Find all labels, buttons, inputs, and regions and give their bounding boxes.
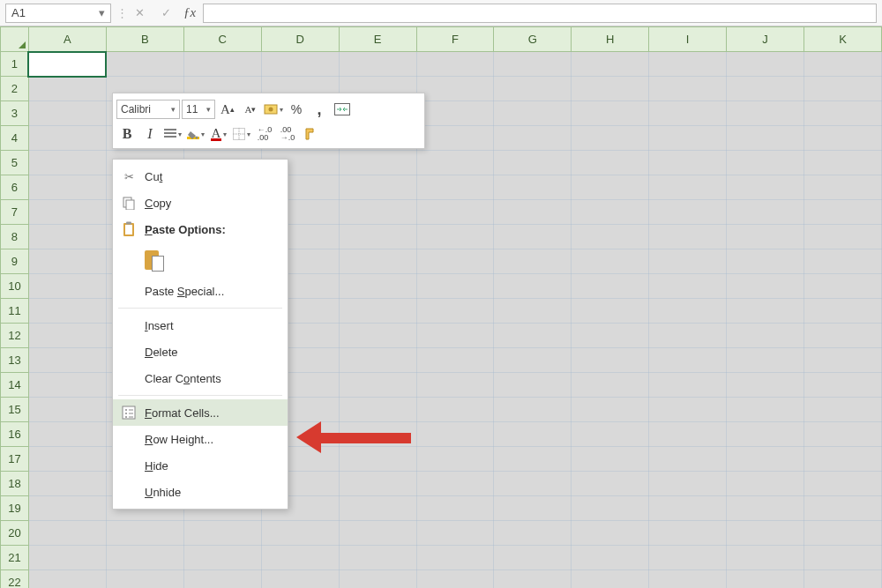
- cell[interactable]: [572, 348, 649, 373]
- cell[interactable]: [28, 348, 106, 373]
- cell[interactable]: [494, 398, 572, 422]
- cell[interactable]: [416, 299, 494, 324]
- shrink-font-button[interactable]: A▾: [240, 99, 261, 120]
- cell[interactable]: [416, 101, 494, 126]
- row-header[interactable]: 11: [1, 299, 29, 324]
- cell[interactable]: [339, 249, 416, 274]
- cell[interactable]: [494, 521, 572, 546]
- delete-menu-item[interactable]: Delete: [113, 339, 288, 365]
- cell[interactable]: [416, 175, 494, 200]
- cell[interactable]: [804, 398, 882, 422]
- cell[interactable]: [649, 348, 727, 373]
- cell[interactable]: [649, 546, 727, 570]
- name-box[interactable]: A1 ▾: [5, 4, 111, 23]
- cell[interactable]: [339, 570, 416, 589]
- cell[interactable]: [28, 398, 106, 422]
- cell[interactable]: [649, 52, 727, 77]
- cell[interactable]: [804, 225, 882, 249]
- cell[interactable]: [727, 126, 804, 151]
- cell[interactable]: [28, 274, 106, 299]
- cell[interactable]: [572, 447, 649, 472]
- cell[interactable]: [649, 398, 727, 422]
- cell[interactable]: [804, 496, 882, 521]
- column-header[interactable]: E: [339, 27, 416, 52]
- cell[interactable]: [572, 151, 649, 175]
- cell[interactable]: [804, 348, 882, 373]
- cell[interactable]: [572, 324, 649, 348]
- cell[interactable]: [494, 496, 572, 521]
- row-header[interactable]: 22: [1, 570, 29, 589]
- cell[interactable]: [727, 546, 804, 570]
- cell[interactable]: [416, 373, 494, 398]
- cell[interactable]: [416, 398, 494, 422]
- cell[interactable]: [649, 225, 727, 249]
- cell[interactable]: [572, 225, 649, 249]
- cell[interactable]: [494, 225, 572, 249]
- unhide-menu-item[interactable]: Unhide: [113, 479, 288, 505]
- cell[interactable]: [572, 200, 649, 225]
- cell[interactable]: [649, 126, 727, 151]
- cell[interactable]: [727, 274, 804, 299]
- column-header[interactable]: H: [572, 27, 649, 52]
- cell[interactable]: [339, 472, 416, 496]
- cell[interactable]: [416, 274, 494, 299]
- row-header[interactable]: 4: [1, 126, 29, 151]
- cell[interactable]: [572, 52, 649, 77]
- column-header[interactable]: A: [28, 27, 106, 52]
- cell[interactable]: [494, 373, 572, 398]
- cell[interactable]: [649, 521, 727, 546]
- dropdown-icon[interactable]: ▾: [206, 105, 211, 114]
- borders-button[interactable]: [231, 123, 252, 145]
- font-name-input[interactable]: Calibri ▾: [116, 100, 180, 119]
- column-header[interactable]: C: [183, 27, 261, 52]
- cell[interactable]: [28, 447, 106, 472]
- cell[interactable]: [649, 324, 727, 348]
- cell[interactable]: [649, 274, 727, 299]
- cell[interactable]: [572, 126, 649, 151]
- grow-font-button[interactable]: A▴: [217, 99, 238, 120]
- cell[interactable]: [727, 398, 804, 422]
- row-header[interactable]: 20: [1, 521, 29, 546]
- cell[interactable]: [416, 447, 494, 472]
- cell[interactable]: [339, 324, 416, 348]
- cell[interactable]: [572, 496, 649, 521]
- row-header[interactable]: 10: [1, 274, 29, 299]
- cell[interactable]: [416, 151, 494, 175]
- cell[interactable]: [416, 422, 494, 447]
- cell[interactable]: [494, 101, 572, 126]
- cell[interactable]: [727, 52, 804, 77]
- align-button[interactable]: [162, 123, 183, 145]
- cell[interactable]: [28, 126, 106, 151]
- cell[interactable]: [183, 570, 261, 589]
- cell[interactable]: [572, 521, 649, 546]
- cell[interactable]: [339, 546, 416, 570]
- cell[interactable]: [494, 274, 572, 299]
- cell[interactable]: [649, 77, 727, 101]
- cell[interactable]: [727, 324, 804, 348]
- cell[interactable]: [28, 422, 106, 447]
- cell[interactable]: [649, 175, 727, 200]
- cell[interactable]: [494, 126, 572, 151]
- cell[interactable]: [804, 101, 882, 126]
- fx-label[interactable]: ƒx: [182, 5, 198, 20]
- cell[interactable]: [416, 249, 494, 274]
- cell[interactable]: [339, 151, 416, 175]
- row-header[interactable]: 2: [1, 77, 29, 101]
- percent-format-button[interactable]: %: [286, 99, 307, 120]
- cell[interactable]: [339, 274, 416, 299]
- cell[interactable]: [28, 175, 106, 200]
- cell[interactable]: [727, 151, 804, 175]
- cell[interactable]: [416, 496, 494, 521]
- cell[interactable]: [339, 200, 416, 225]
- cell[interactable]: [494, 249, 572, 274]
- cell[interactable]: [28, 324, 106, 348]
- row-header[interactable]: 1: [1, 52, 29, 77]
- cell[interactable]: [416, 546, 494, 570]
- cell[interactable]: [28, 299, 106, 324]
- cell[interactable]: [261, 546, 339, 570]
- dropdown-icon[interactable]: ▾: [171, 105, 176, 114]
- column-header[interactable]: D: [261, 27, 339, 52]
- format-cells-menu-item[interactable]: Format Cells...: [113, 399, 288, 426]
- cell[interactable]: [339, 521, 416, 546]
- cell[interactable]: [804, 126, 882, 151]
